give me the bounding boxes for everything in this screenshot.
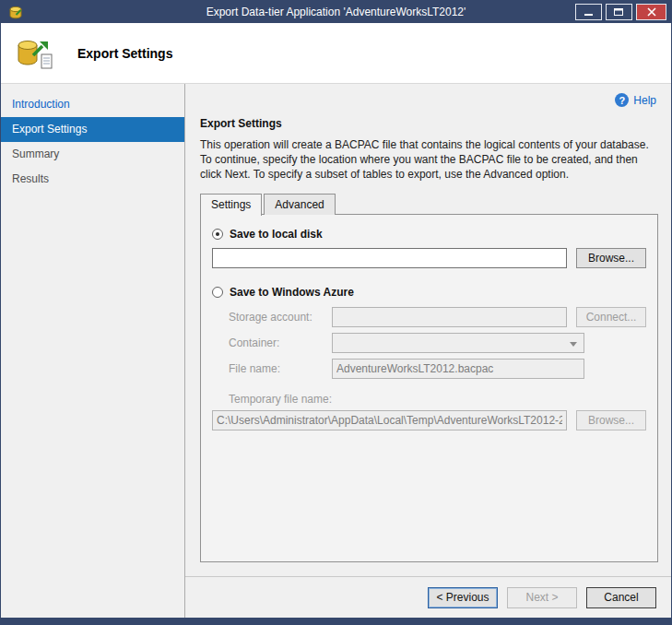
- file-name-label: File name:: [229, 362, 332, 375]
- temp-file-row: Browse...: [212, 410, 646, 430]
- previous-button[interactable]: < Previous: [428, 587, 498, 608]
- sidebar: Introduction Export Settings Summary Res…: [1, 84, 185, 618]
- cancel-button[interactable]: Cancel: [586, 587, 656, 608]
- temp-file-input: [212, 410, 567, 430]
- next-button: Next >: [507, 587, 577, 608]
- sidebar-item-results[interactable]: Results: [1, 167, 184, 192]
- tab-settings[interactable]: Settings: [200, 194, 262, 216]
- storage-account-label: Storage account:: [229, 311, 332, 324]
- window-bottom-border: [1, 618, 671, 624]
- save-local-disk-label: Save to local disk: [230, 228, 323, 241]
- file-name-input: [332, 359, 584, 379]
- sidebar-item-export-settings[interactable]: Export Settings: [1, 117, 184, 142]
- app-icon: [8, 5, 23, 19]
- content-area: ? Help Export Settings This operation wi…: [185, 84, 671, 576]
- export-database-icon: [15, 36, 53, 71]
- local-disk-path-input[interactable]: [212, 248, 567, 268]
- local-disk-row: Browse...: [212, 248, 646, 268]
- save-azure-radio[interactable]: Save to Windows Azure: [212, 286, 646, 299]
- browse-local-button[interactable]: Browse...: [576, 248, 646, 268]
- close-icon: [647, 7, 656, 17]
- radio-unchecked-icon: [212, 287, 223, 298]
- export-wizard-window: Export Data-tier Application 'AdventureW…: [0, 0, 672, 625]
- section-title: Export Settings: [200, 117, 658, 130]
- settings-tab-panel: Save to local disk Browse... Save to Win…: [200, 214, 658, 562]
- footer: < Previous Next > Cancel: [185, 576, 671, 618]
- help-icon: ?: [615, 93, 629, 107]
- minimize-button[interactable]: [575, 4, 602, 20]
- help-link[interactable]: ? Help: [615, 93, 656, 107]
- titlebar[interactable]: Export Data-tier Application 'AdventureW…: [1, 1, 671, 23]
- header-title: Export Settings: [77, 46, 172, 61]
- sidebar-item-introduction[interactable]: Introduction: [1, 92, 184, 117]
- description-text: This operation will create a BACPAC file…: [200, 137, 658, 183]
- sidebar-item-summary[interactable]: Summary: [1, 142, 184, 167]
- temp-file-label: Temporary file name:: [229, 393, 646, 406]
- save-local-disk-radio[interactable]: Save to local disk: [212, 228, 646, 241]
- container-row: Container:: [229, 333, 646, 353]
- container-label: Container:: [229, 336, 332, 349]
- connect-button: Connect...: [576, 307, 646, 327]
- storage-account-row: Storage account: Connect...: [229, 307, 646, 327]
- wizard-body: Introduction Export Settings Summary Res…: [1, 84, 671, 618]
- radio-checked-icon: [212, 229, 223, 240]
- maximize-button[interactable]: [606, 4, 632, 20]
- file-name-row: File name:: [229, 359, 646, 379]
- close-button[interactable]: [636, 4, 666, 20]
- tab-advanced[interactable]: Advanced: [264, 194, 335, 215]
- window-title: Export Data-tier Application 'AdventureW…: [1, 6, 671, 18]
- help-label: Help: [633, 94, 656, 107]
- maximize-icon: [614, 7, 624, 17]
- tab-strip: Settings Advanced: [200, 194, 658, 215]
- minimize-icon: [584, 8, 594, 17]
- chevron-down-icon: [570, 342, 577, 347]
- wizard-header: Export Settings: [1, 23, 671, 84]
- container-select: [332, 333, 584, 353]
- content-column: ? Help Export Settings This operation wi…: [185, 84, 671, 618]
- storage-account-input: [332, 307, 567, 327]
- browse-temp-button: Browse...: [576, 410, 646, 430]
- save-azure-label: Save to Windows Azure: [230, 286, 354, 299]
- window-controls: [575, 4, 666, 20]
